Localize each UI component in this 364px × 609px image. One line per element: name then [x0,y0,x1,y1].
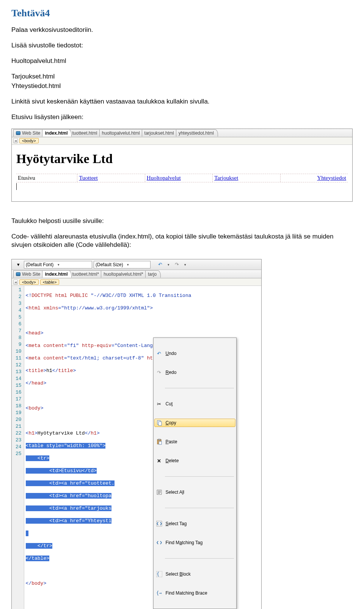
ctx-separator [165,388,234,388]
intro-p4: Etusivu lisäysten jälkeen: [11,113,353,122]
breadcrumb-bar: ◂ <body> [12,137,352,145]
tab-tarjo-2[interactable]: tarjo [145,270,161,278]
nav-table: Etusivu Tuotteet Huoltopalvelut Tarjouks… [16,174,348,182]
ctx-select-all[interactable]: Select All [154,488,235,496]
ctx-cut[interactable]: ✂ Cut [154,400,235,408]
tab-label: index.html [45,272,67,277]
tab-label: Web Site [22,130,40,136]
copy-icon [156,420,163,426]
undo-button[interactable]: ↶ [156,261,164,268]
ctx-label: aste [169,439,177,444]
dropdown-arrow[interactable]: ▾ [14,261,22,268]
breadcrumb-body[interactable]: <body> [19,138,39,143]
code-lines: <!DOCTYPE html PUBLIC "-//W3C//DTD XHTML… [24,286,191,609]
tab-label: index.html [45,130,67,136]
chevron-down-icon: ▾ [126,263,131,267]
ctx-find-matching-brace[interactable]: {→} Find Matching Brace [154,589,235,597]
tab-index-2[interactable]: index.html [42,270,72,278]
ctx-select-tag[interactable]: Select Tag [154,520,235,528]
line-gutter: 12345678 910111213141516 171819202122232… [12,286,24,609]
undo-icon: ↶ [156,350,163,356]
svg-text:{ }: { } [157,571,162,577]
breadcrumb-nav-button[interactable]: ◂ [13,138,18,143]
ctx-separator [165,558,234,559]
chevron-down-icon: ▾ [56,263,61,267]
mid-p1: Taulukko helposti uusille sivuille: [11,217,353,226]
breadcrumb-bar-2: ◂ <body> <table> [12,278,261,286]
undo-dropdown[interactable]: ▾ [166,263,171,267]
svg-rect-6 [157,521,162,526]
ctx-redo[interactable]: ↷ Redo [154,368,235,377]
size-combo-value: (Default Size) [96,262,123,267]
nav-link-tarjoukset[interactable]: Tarjoukset [214,175,238,181]
website-icon [16,131,20,135]
ctx-paste[interactable]: Paste [154,438,235,446]
paste-icon [156,439,163,445]
file-3: Yhteystiedot.html [11,82,353,91]
ctx-separator [165,508,234,508]
ctx-label: elete [169,458,179,463]
font-combo[interactable]: (Default Font) ▾ [24,261,92,268]
ctx-label: Find Matching Tag [166,540,203,545]
scissors-icon: ✂ [156,401,163,407]
ctx-separator [165,476,234,477]
page-title: Tehtävä4 [11,8,353,19]
rendered-h1: Hyötytarvike Ltd [16,152,348,166]
font-combo-value: (Default Font) [26,262,53,267]
breadcrumb-nav-button[interactable]: ◂ [13,279,18,285]
select-all-icon [156,489,163,495]
redo-icon: ↷ [156,369,163,375]
intro-p1: Palaa verkkosivustoeditoriin. [11,26,353,35]
intro-p2: Lisää sivustolle tiedostot: [11,41,353,50]
ctx-undo[interactable]: ↶ Undo [154,349,235,358]
code-editor[interactable]: 12345678 910111213141516 171819202122232… [12,286,261,609]
matching-brace-icon: {→} [156,590,163,596]
svg-rect-3 [158,439,160,440]
ctx-label: Find Matching Brace [166,590,207,596]
tab-tuotteet[interactable]: tuotteet.html [69,129,101,137]
tab-tarjoukset[interactable]: tarjoukset.html [142,129,178,137]
formatting-toolbar: ▾ (Default Font) ▾ (Default Size) ▾ ↶ ▾ … [12,259,261,270]
select-tag-icon [156,521,163,527]
redo-button[interactable]: ↷ [173,261,181,268]
ctx-delete[interactable]: ✕ Delete [154,457,235,465]
breadcrumb-table[interactable]: <table> [40,279,60,285]
nav-cell-etusivu: Etusivu [16,174,77,182]
tab-tuotteet-2[interactable]: tuotteet.html* [69,270,103,278]
tab-label: huoltopalvelut.html [102,130,140,136]
tab-label: yhteysttiedot.html [179,130,214,136]
svg-text:{→}: {→} [156,590,162,596]
tab-label: tuotteet.html* [72,272,99,277]
ctx-label: Select Block [166,571,191,577]
ctx-label: Select All [166,490,184,495]
breadcrumb-body-2[interactable]: <body> [19,279,39,285]
tab-bar-2: Web Site index.html tuotteet.html* huolt… [12,270,261,278]
redo-dropdown[interactable]: ▾ [182,263,188,267]
ctx-label: edo [169,370,176,375]
tab-huolto-2[interactable]: huoltopalvelut.html* [101,270,147,278]
nav-link-huolto[interactable]: Huoltopalvelut [147,175,181,181]
ctx-copy[interactable]: Copy [154,419,235,427]
ctx-select-block[interactable]: { } Select Block [154,570,235,578]
design-surface[interactable]: Hyötytarvike Ltd Etusivu Tuotteet Huolto… [12,145,352,201]
text-caret [16,183,348,190]
mid-p2: Code- välilehti alareunasta etusivulla (… [11,232,353,250]
matching-tag-icon [156,540,163,546]
intro-p3: Linkitä sivut keskenään käyttäen vastaav… [11,97,353,106]
nav-link-tuotteet[interactable]: Tuotteet [79,175,97,181]
nav-link-yhteys[interactable]: Yhteystiedot [317,175,346,181]
ctx-label: elect Tag [169,521,187,526]
size-combo[interactable]: (Default Size) ▾ [94,261,151,268]
tab-website[interactable]: Web Site [13,129,44,137]
tab-bar: Web Site index.html tuotteet.html huolto… [12,129,352,137]
svg-rect-1 [158,422,162,425]
tab-index[interactable]: index.html [42,129,72,137]
tab-website-2[interactable]: Web Site [13,270,44,278]
tab-label: tarjo [148,272,157,277]
tab-yhteys[interactable]: yhteysttiedot.html [176,129,218,137]
file-1: Huoltopalvelut.html [11,57,353,66]
tab-huolto[interactable]: huoltopalvelut.html [99,129,144,137]
ctx-find-matching-tag[interactable]: Find Matching Tag [154,538,235,547]
svg-rect-4 [159,441,162,444]
context-menu: ↶ Undo ↷ Redo ✂ Cut Copy [153,337,237,609]
